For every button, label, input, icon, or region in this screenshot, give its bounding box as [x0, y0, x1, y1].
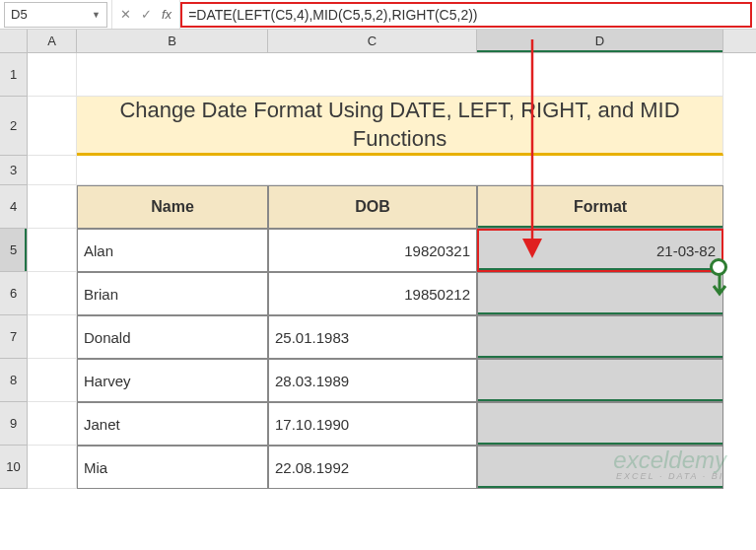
name-box-value: D5 — [11, 7, 28, 22]
cancel-icon[interactable]: ✕ — [120, 7, 131, 22]
col-header-C[interactable]: C — [268, 30, 477, 52]
cell-C5[interactable]: 19820321 — [268, 229, 477, 272]
cell-D8[interactable] — [477, 359, 723, 402]
spreadsheet-grid: 1 2 Change Date Format Using DATE, LEFT,… — [0, 53, 756, 489]
col-header-D[interactable]: D — [477, 30, 723, 52]
formula-input[interactable]: =DATE(LEFT(C5,4),MID(C5,5,2),RIGHT(C5,2)… — [180, 2, 752, 28]
cell-B6[interactable]: Brian — [77, 272, 268, 315]
cell-B7[interactable]: Donald — [77, 315, 268, 359]
name-box-dropdown-icon[interactable]: ▼ — [92, 10, 101, 20]
col-header-B[interactable]: B — [77, 30, 268, 52]
row-header-7[interactable]: 7 — [0, 315, 28, 359]
cell-C10[interactable]: 22.08.1992 — [268, 446, 477, 489]
row-1: 1 — [0, 53, 756, 97]
fill-arrow-icon — [710, 274, 729, 302]
cell-D9[interactable] — [477, 402, 723, 446]
row-header-3[interactable]: 3 — [0, 156, 28, 185]
cell-merged-3[interactable] — [77, 156, 723, 185]
row-6: 6 Brian 19850212 — [0, 272, 756, 315]
formula-text: =DATE(LEFT(C5,4),MID(C5,5,2),RIGHT(C5,2)… — [188, 7, 477, 23]
row-7: 7 Donald 25.01.1983 — [0, 315, 756, 359]
row-header-2[interactable]: 2 — [0, 97, 28, 156]
cell-B9[interactable]: Janet — [77, 402, 268, 446]
row-header-4[interactable]: 4 — [0, 185, 28, 229]
row-9: 9 Janet 17.10.1990 — [0, 402, 756, 446]
cell-A3[interactable] — [28, 156, 77, 185]
row-header-5[interactable]: 5 — [0, 229, 28, 272]
cell-merged-1[interactable] — [77, 53, 723, 97]
cell-A8[interactable] — [28, 359, 77, 402]
watermark: exceldemy EXCEL · DATA · BI — [613, 448, 726, 481]
cell-D6[interactable] — [477, 272, 723, 315]
header-name[interactable]: Name — [77, 185, 268, 229]
row-3: 3 — [0, 156, 756, 185]
row-4: 4 Name DOB Format — [0, 185, 756, 229]
cell-A4[interactable] — [28, 185, 77, 229]
row-header-6[interactable]: 6 — [0, 272, 28, 315]
column-headers: A B C D — [0, 30, 756, 53]
fx-icon[interactable]: fx — [162, 7, 172, 22]
watermark-tagline: EXCEL · DATA · BI — [613, 472, 726, 481]
row-5: 5 Alan 19820321 21-03-82 — [0, 229, 756, 272]
row-8: 8 Harvey 28.03.1989 — [0, 359, 756, 402]
cell-A7[interactable] — [28, 315, 77, 359]
cell-A6[interactable] — [28, 272, 77, 315]
formula-controls: ✕ ✓ fx — [111, 0, 180, 29]
cell-A2[interactable] — [28, 97, 77, 156]
cell-A10[interactable] — [28, 446, 77, 489]
cell-C6[interactable]: 19850212 — [268, 272, 477, 315]
col-header-A[interactable]: A — [28, 30, 77, 52]
title-text: Change Date Format Using DATE, LEFT, RIG… — [89, 97, 711, 153]
cell-B5[interactable]: Alan — [77, 229, 268, 272]
row-header-8[interactable]: 8 — [0, 359, 28, 402]
cell-B10[interactable]: Mia — [77, 446, 268, 489]
row-header-9[interactable]: 9 — [0, 402, 28, 446]
cell-C9[interactable]: 17.10.1990 — [268, 402, 477, 446]
accept-icon[interactable]: ✓ — [141, 7, 152, 22]
row-header-1[interactable]: 1 — [0, 53, 28, 97]
cell-D5[interactable]: 21-03-82 — [477, 229, 723, 272]
row-header-10[interactable]: 10 — [0, 446, 28, 489]
cell-C7[interactable]: 25.01.1983 — [268, 315, 477, 359]
cell-C8[interactable]: 28.03.1989 — [268, 359, 477, 402]
cell-D7[interactable] — [477, 315, 723, 359]
cell-A5[interactable] — [28, 229, 77, 272]
select-all-corner[interactable] — [0, 30, 28, 52]
header-format[interactable]: Format — [477, 185, 723, 229]
cell-A9[interactable] — [28, 402, 77, 446]
title-cell[interactable]: Change Date Format Using DATE, LEFT, RIG… — [77, 97, 723, 156]
name-box[interactable]: D5 ▼ — [4, 2, 107, 28]
cell-A1[interactable] — [28, 53, 77, 97]
cell-B8[interactable]: Harvey — [77, 359, 268, 402]
header-dob[interactable]: DOB — [268, 185, 477, 229]
watermark-brand: exceldemy — [613, 448, 726, 472]
formula-bar: D5 ▼ ✕ ✓ fx =DATE(LEFT(C5,4),MID(C5,5,2)… — [0, 0, 756, 30]
row-2: 2 Change Date Format Using DATE, LEFT, R… — [0, 97, 756, 156]
